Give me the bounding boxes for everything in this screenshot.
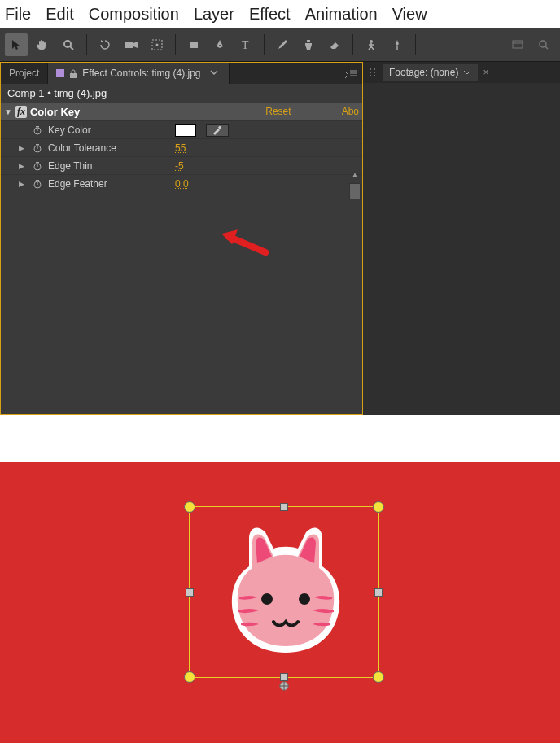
effect-list: ▼ fx Color Key Reset Abo Key Color [1,103,362,192]
selection-handle[interactable] [184,501,195,513]
svg-point-37 [374,72,375,73]
selection-handle[interactable] [374,588,383,597]
rotate-tool-icon[interactable] [94,33,116,56]
twirl-right-icon[interactable]: ▶ [19,180,27,188]
svg-point-35 [370,75,371,76]
svg-point-38 [374,75,375,76]
about-link[interactable]: Abo [342,106,359,117]
pen-tool-icon[interactable] [208,33,231,56]
lock-icon [69,69,77,77]
menu-animation[interactable]: Animation [305,5,378,24]
menu-view[interactable]: View [392,5,427,24]
selection-handle[interactable] [184,671,195,683]
menu-edit[interactable]: Edit [46,5,73,24]
toolbar-separator [86,34,87,55]
twirl-right-icon[interactable]: ▶ [19,162,27,170]
hand-tool-icon[interactable] [31,33,54,56]
svg-point-33 [370,68,371,70]
rectangle-tool-icon[interactable] [182,33,205,56]
menu-composition[interactable]: Composition [89,5,179,24]
selection-handle[interactable] [280,503,288,511]
text-tool-icon[interactable]: T [234,33,257,56]
selection-handle[interactable] [186,588,194,597]
menu-layer[interactable]: Layer [194,5,234,24]
chevron-down-icon[interactable] [463,68,471,76]
effect-header[interactable]: ▼ fx Color Key Reset Abo [1,103,362,120]
tab-project[interactable]: Project [1,63,48,84]
pan-behind-tool-icon[interactable] [146,33,168,56]
svg-rect-5 [190,42,198,48]
camera-tool-icon[interactable] [120,33,142,56]
search-panel-icon[interactable] [532,33,555,56]
stopwatch-icon[interactable] [32,125,43,136]
menubar: File Edit Composition Layer Effect Anima… [0,0,560,28]
layer-color-icon [56,69,64,77]
puppet-tool-icon[interactable] [360,33,383,56]
chevron-down-icon[interactable] [209,68,221,79]
svg-rect-2 [125,42,133,48]
reset-link[interactable]: Reset [265,106,291,117]
footage-tabs: Footage: (none) × [363,62,560,83]
tab-footage[interactable]: Footage: (none) [383,64,478,81]
selection-bounding-box[interactable] [189,506,379,678]
anchor-point-icon[interactable] [278,680,290,692]
twirl-right-icon[interactable]: ▶ [19,144,27,152]
brush-tool-icon[interactable] [271,33,294,56]
composition-preview [0,420,560,743]
prop-label: Color Tolerance [48,142,170,154]
selection-handle[interactable] [373,501,384,513]
eraser-tool-icon[interactable] [323,33,346,56]
svg-rect-8 [307,40,310,42]
prop-edge-feather: ▶ Edge Feather 0.0 [1,174,362,192]
svg-rect-29 [36,162,39,164]
prop-color-tolerance: ▶ Color Tolerance 55 [1,138,362,156]
pin-tool-icon[interactable] [386,33,409,56]
clone-stamp-tool-icon[interactable] [297,33,320,56]
workspace-icon[interactable] [506,33,529,56]
stopwatch-icon[interactable] [32,160,43,172]
stopwatch-icon[interactable] [32,142,43,154]
prop-value[interactable]: 55 [175,142,186,154]
color-swatch[interactable] [175,124,196,137]
prop-value[interactable]: 0.0 [175,178,189,190]
twirl-down-icon[interactable]: ▼ [4,107,12,116]
scrollbar-thumb[interactable] [349,183,361,199]
svg-rect-23 [218,125,221,129]
svg-line-14 [545,46,548,49]
stopwatch-icon[interactable] [32,178,43,190]
svg-point-36 [374,68,375,70]
svg-point-4 [156,44,159,46]
panels-row: Project Effect Controls: timg (4).jpg [0,62,560,415]
svg-point-6 [219,45,221,46]
panel-tabs: Project Effect Controls: timg (4).jpg [1,63,362,84]
selection-tool-icon[interactable] [5,33,28,56]
zoom-tool-icon[interactable] [57,33,80,56]
panel-menu-icon[interactable] [344,68,357,78]
svg-point-0 [64,41,71,47]
fx-badge-icon[interactable]: fx [15,106,27,118]
svg-rect-22 [36,126,39,128]
svg-point-9 [370,40,373,43]
menu-effect[interactable]: Effect [249,5,291,24]
toolbar-separator [352,34,353,55]
prop-edge-thin: ▶ Edge Thin -5 [1,156,362,174]
tab-effect-controls-label: Effect Controls: timg (4).jpg [82,68,200,79]
effect-name: Color Key [30,106,80,118]
svg-rect-15 [56,69,64,77]
tab-project-label: Project [9,68,39,79]
tab-footage-label: Footage: (none) [389,67,458,78]
tab-effect-controls[interactable]: Effect Controls: timg (4).jpg [48,63,229,84]
prop-value[interactable]: -5 [175,160,184,172]
panel-grip-icon[interactable] [368,67,378,78]
footage-panel: Footage: (none) × [363,62,560,415]
menu-file[interactable]: File [5,5,31,24]
prop-key-color: Key Color [1,120,362,138]
svg-point-13 [540,41,546,47]
eyedropper-button[interactable] [206,124,229,137]
svg-text:T: T [242,39,249,51]
scroll-up-icon[interactable]: ▲ [349,170,361,181]
toolbar-separator [415,34,416,55]
close-icon[interactable]: × [483,67,488,78]
svg-line-1 [70,46,73,50]
selection-handle[interactable] [373,671,384,683]
